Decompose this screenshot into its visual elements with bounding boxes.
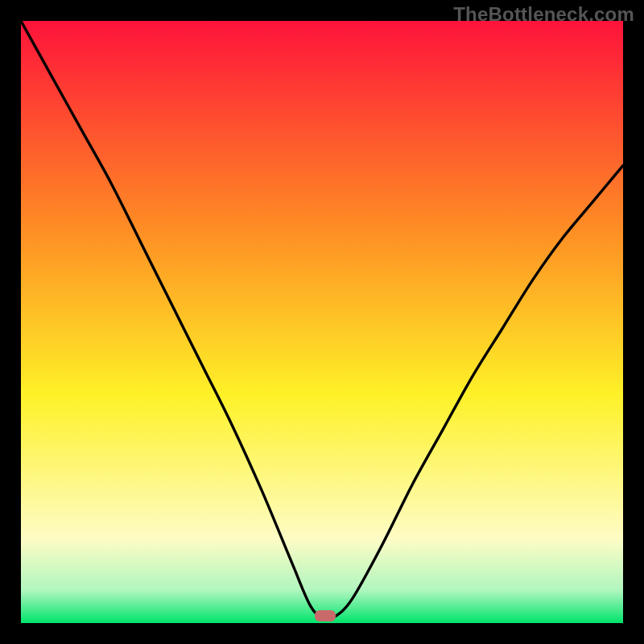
plot-area [21, 21, 623, 623]
chart-frame: TheBottleneck.com [0, 0, 644, 644]
optimal-marker [315, 610, 336, 621]
chart-svg [21, 21, 623, 623]
gradient-background [21, 21, 623, 623]
watermark-text: TheBottleneck.com [453, 3, 634, 26]
